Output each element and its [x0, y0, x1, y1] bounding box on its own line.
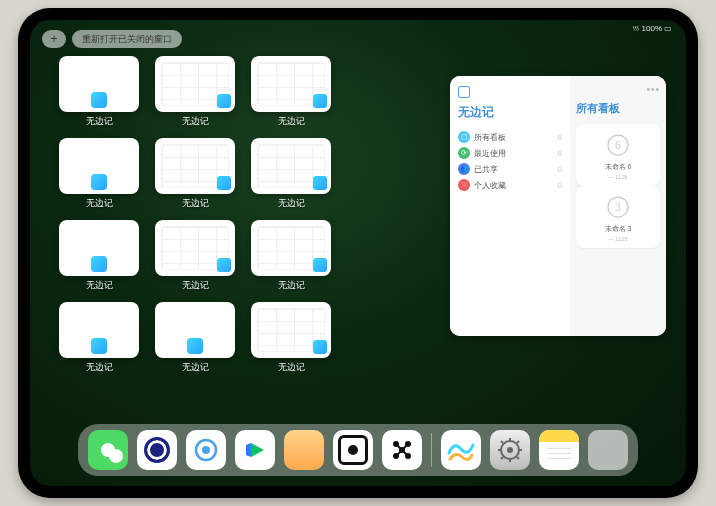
new-window-button[interactable]: + [42, 30, 66, 48]
tile-label: 无边记 [182, 115, 209, 128]
settings-icon[interactable] [490, 430, 530, 470]
tile-label: 无边记 [278, 115, 305, 128]
board-timestamp: — 11:26 [609, 174, 628, 180]
panel-more-icon[interactable]: ••• [646, 84, 660, 95]
dock-separator [431, 433, 432, 467]
board-preview: 3 [601, 192, 635, 222]
switcher-tile[interactable]: 无边记 [58, 138, 140, 210]
sidebar-item-icon: 👥 [458, 163, 470, 175]
tile-label: 无边记 [182, 279, 209, 292]
svg-line-24 [501, 457, 503, 459]
sidebar-item[interactable]: 👥已共享0 [458, 161, 562, 177]
tile-thumbnail [155, 220, 235, 276]
tile-thumbnail [59, 302, 139, 358]
iqiyi-icon[interactable] [235, 430, 275, 470]
sidebar-item-count: 8 [558, 149, 562, 158]
molecule-app-icon[interactable] [382, 430, 422, 470]
dock [78, 424, 638, 476]
tile-thumbnail [251, 56, 331, 112]
tile-label: 无边记 [86, 361, 113, 374]
switcher-tile[interactable]: 无边记 [250, 302, 332, 374]
board-card[interactable]: 6未命名 6— 11:26 [576, 124, 660, 186]
switcher-tile[interactable]: 无边记 [154, 220, 236, 292]
sidebar-item-count: 0 [558, 165, 562, 174]
board-timestamp: — 11:25 [609, 236, 628, 242]
svg-marker-6 [251, 443, 264, 457]
books-icon[interactable] [284, 430, 324, 470]
sidebar-item-icon: ♡ [458, 179, 470, 191]
switcher-tile[interactable]: 无边记 [154, 56, 236, 128]
tile-label: 无边记 [86, 279, 113, 292]
ipad-frame: ᯾ 100% ▭ + 重新打开已关闭的窗口 无边记无边记无边记无边记无边记无边记… [18, 8, 698, 498]
top-controls: + 重新打开已关闭的窗口 [42, 30, 182, 48]
svg-line-21 [501, 441, 503, 443]
sidebar-item-icon: ⟳ [458, 147, 470, 159]
sidebar-item-count: 0 [558, 181, 562, 190]
panel-sidebar: 无边记 ▢所有看板8⟳最近使用8👥已共享0♡个人收藏0 [450, 76, 570, 336]
tile-thumbnail [155, 56, 235, 112]
switcher-tile[interactable]: 无边记 [58, 302, 140, 374]
panel-right-title: 所有看板 [576, 101, 660, 116]
svg-line-23 [517, 441, 519, 443]
notes-icon[interactable] [539, 430, 579, 470]
switcher-tile[interactable]: 无边记 [250, 56, 332, 128]
board-preview: 6 [601, 130, 635, 160]
tile-thumbnail [251, 302, 331, 358]
screen: ᯾ 100% ▭ + 重新打开已关闭的窗口 无边记无边记无边记无边记无边记无边记… [30, 20, 686, 486]
app-switcher-grid: 无边记无边记无边记无边记无边记无边记无边记无边记无边记无边记无边记无边记 [58, 56, 428, 374]
switcher-tile[interactable]: 无边记 [58, 220, 140, 292]
tile-label: 无边记 [278, 197, 305, 210]
quark-hd-icon[interactable] [186, 430, 226, 470]
board-name: 未命名 6 [605, 162, 632, 172]
sidebar-item-label: 最近使用 [474, 148, 558, 159]
sidebar-item-label: 个人收藏 [474, 180, 558, 191]
sidebar-item[interactable]: ♡个人收藏0 [458, 177, 562, 193]
tile-label: 无边记 [278, 361, 305, 374]
panel-toolbar [458, 86, 562, 98]
tile-thumbnail [155, 138, 235, 194]
sidebar-item-label: 已共享 [474, 164, 558, 175]
switcher-tile[interactable]: 无边记 [154, 302, 236, 374]
panel-title: 无边记 [458, 104, 562, 121]
svg-text:6: 6 [615, 139, 621, 152]
tile-label: 无边记 [182, 361, 209, 374]
panel-content: ••• 所有看板 6未命名 6— 11:263未命名 3— 11:25 [570, 76, 666, 336]
svg-point-16 [507, 447, 513, 453]
battery-icon: ▭ [664, 24, 672, 33]
battery-label: 100% [642, 24, 662, 33]
svg-line-22 [517, 457, 519, 459]
procreate-icon[interactable] [333, 430, 373, 470]
tile-thumbnail [155, 302, 235, 358]
switcher-tile[interactable]: 无边记 [154, 138, 236, 210]
freeform-panel[interactable]: 无边记 ▢所有看板8⟳最近使用8👥已共享0♡个人收藏0 ••• 所有看板 6未命… [450, 76, 666, 336]
board-name: 未命名 3 [605, 224, 632, 234]
board-card[interactable]: 3未命名 3— 11:25 [576, 186, 660, 248]
status-bar: ᯾ 100% ▭ [632, 24, 672, 33]
svg-point-11 [405, 441, 411, 447]
tile-thumbnail [59, 220, 139, 276]
tile-label: 无边记 [182, 197, 209, 210]
tile-thumbnail [251, 138, 331, 194]
sidebar-toggle-icon[interactable] [458, 86, 470, 98]
reopen-label: 重新打开已关闭的窗口 [82, 33, 172, 46]
switcher-tile[interactable]: 无边记 [250, 138, 332, 210]
wechat-icon[interactable] [88, 430, 128, 470]
tile-label: 无边记 [86, 115, 113, 128]
sidebar-item[interactable]: ⟳最近使用8 [458, 145, 562, 161]
sidebar-item-count: 8 [558, 133, 562, 142]
app-folder-icon[interactable] [588, 430, 628, 470]
tile-thumbnail [251, 220, 331, 276]
reopen-closed-window-button[interactable]: 重新打开已关闭的窗口 [72, 30, 182, 48]
quark-icon[interactable] [137, 430, 177, 470]
sidebar-item[interactable]: ▢所有看板8 [458, 129, 562, 145]
freeform-icon[interactable] [441, 430, 481, 470]
plus-icon: + [50, 32, 57, 46]
tile-label: 无边记 [278, 279, 305, 292]
svg-point-5 [202, 446, 210, 454]
svg-text:3: 3 [615, 201, 621, 214]
tile-thumbnail [59, 56, 139, 112]
svg-point-12 [393, 453, 399, 459]
switcher-tile[interactable]: 无边记 [58, 56, 140, 128]
tile-thumbnail [59, 138, 139, 194]
switcher-tile[interactable]: 无边记 [250, 220, 332, 292]
